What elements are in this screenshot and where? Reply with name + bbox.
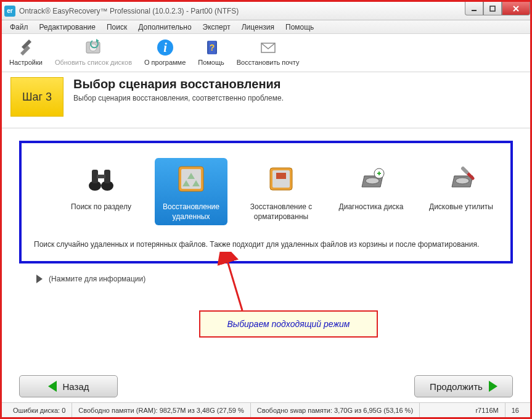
svg-rect-0 xyxy=(472,10,477,11)
toolbar: Настройки Обновить список дисков i О про… xyxy=(2,34,530,72)
back-button[interactable]: Назад xyxy=(19,375,118,397)
toolbar-mail-label: Восстановить почту xyxy=(237,59,300,66)
titlebar: er Ontrack® EasyRecovery™ Professional (… xyxy=(2,2,530,20)
toolbar-refresh[interactable]: Обновить список дисков xyxy=(51,36,136,67)
option-label: Диагностика диска xyxy=(339,202,404,212)
status-ram: Свободно памяти (RAM): 982,57M из 3,48G … xyxy=(72,403,251,417)
svg-point-22 xyxy=(456,178,469,184)
arrow-left-icon xyxy=(48,381,57,392)
main-area: Поиск по разделу Восстановление удаленны… xyxy=(2,128,530,289)
svg-rect-1 xyxy=(490,6,495,11)
menubar: Файл Редактирование Поиск Дополнительно … xyxy=(2,20,530,34)
maximize-button[interactable] xyxy=(483,2,502,15)
back-button-label: Назад xyxy=(63,381,89,392)
toolbar-mail[interactable]: Восстановить почту xyxy=(233,36,303,67)
info-icon: i xyxy=(155,38,175,57)
wrench-icon xyxy=(16,38,36,57)
option-label: Зосстановление с орматированны xyxy=(247,202,315,222)
minimize-button[interactable] xyxy=(465,2,483,15)
menu-extra[interactable]: Дополнительно xyxy=(133,21,197,33)
menu-search[interactable]: Поиск xyxy=(101,21,133,33)
svg-point-20 xyxy=(366,178,379,184)
statusbar: Ошибки диска: 0 Свободно памяти (RAM): 9… xyxy=(2,402,530,417)
toolbar-about[interactable]: i О программе xyxy=(141,36,189,67)
toolbar-about-label: О программе xyxy=(144,59,186,66)
hdd-tools-icon xyxy=(444,162,478,196)
option-partition-search[interactable]: Поиск по разделу xyxy=(65,158,137,225)
toolbar-help-label: Помощь xyxy=(198,59,224,66)
info-hint-label: (Нажмите для информации) xyxy=(49,275,145,283)
step-badge: Шаг 3 xyxy=(10,77,63,117)
option-disk-utils[interactable]: Дисковые утилиты xyxy=(425,158,497,225)
window-controls xyxy=(465,2,530,15)
drive-refresh-icon xyxy=(83,38,103,57)
next-button-label: Продолжить xyxy=(430,381,483,392)
step-header: Шаг 3 Выбор сценария восстановления Выбо… xyxy=(2,72,530,128)
option-label: Поиск по разделу xyxy=(71,202,131,212)
callout-text: Выбираем подходящий режим xyxy=(199,310,378,338)
triangle-right-icon xyxy=(36,275,43,283)
status-swap: Свободно swap памяти: 3,70G из 6,95G (53… xyxy=(251,403,420,417)
hdd-diagnostic-icon xyxy=(354,162,388,196)
toolbar-settings-label: Настройки xyxy=(9,59,43,66)
option-label: Восстановление удаленных xyxy=(157,202,225,222)
option-label: Дисковые утилиты xyxy=(429,202,493,212)
status-num: 16 xyxy=(505,403,525,417)
toolbar-refresh-label: Обновить список дисков xyxy=(55,59,132,66)
step-subtitle: Выбор сценария восстановления, соответст… xyxy=(73,94,284,102)
svg-rect-14 xyxy=(97,175,105,178)
menu-help[interactable]: Помощь xyxy=(280,21,319,33)
recycle-drive-icon xyxy=(174,162,208,196)
svg-text:?: ? xyxy=(209,43,215,52)
svg-text:i: i xyxy=(163,41,167,54)
menu-license[interactable]: Лицензия xyxy=(236,21,280,33)
window-title: Ontrack® EasyRecovery™ Professional (10.… xyxy=(19,7,239,15)
nav-row: Назад Продолжить xyxy=(2,375,530,397)
toolbar-settings[interactable]: Настройки xyxy=(6,36,46,67)
binoculars-icon xyxy=(84,162,118,196)
svg-rect-19 xyxy=(276,173,286,179)
option-diagnostics[interactable]: Диагностика диска xyxy=(335,158,407,225)
annotation-callout: Выбираем подходящий режим xyxy=(199,310,378,338)
info-expand[interactable]: (Нажмите для информации) xyxy=(36,275,513,283)
status-errors: Ошибки диска: 0 xyxy=(7,403,72,417)
close-button[interactable] xyxy=(502,2,530,15)
option-recover-deleted[interactable]: Восстановление удаленных xyxy=(155,158,227,225)
arrow-right-icon xyxy=(489,381,497,392)
next-button[interactable]: Продолжить xyxy=(414,375,513,397)
step-title: Выбор сценария восстановления xyxy=(73,77,284,91)
options-panel: Поиск по разделу Восстановление удаленны… xyxy=(19,141,513,263)
format-drive-icon xyxy=(264,162,298,196)
menu-edit[interactable]: Редактирование xyxy=(34,21,101,33)
option-description: Поиск случайно удаленных и потерянных фа… xyxy=(34,239,498,250)
menu-file[interactable]: Файл xyxy=(4,21,34,33)
toolbar-help[interactable]: ? Помощь xyxy=(194,36,228,67)
status-code: r7116M xyxy=(469,403,505,417)
option-recover-formatted[interactable]: Зосстановление с орматированны xyxy=(245,158,317,225)
book-icon: ? xyxy=(202,38,221,57)
mail-icon xyxy=(258,38,278,57)
menu-expert[interactable]: Эксперт xyxy=(197,21,236,33)
app-icon: er xyxy=(4,6,15,17)
